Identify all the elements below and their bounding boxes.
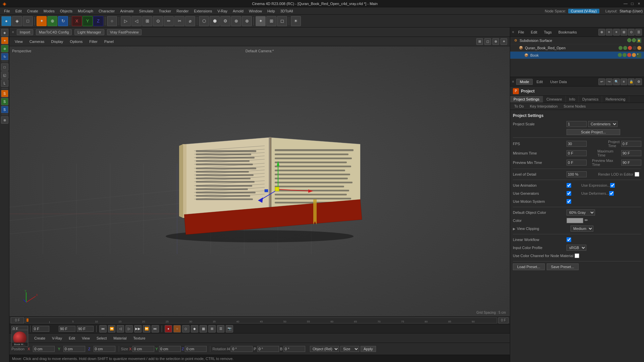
stab-project-settings[interactable]: Project Settings: [510, 96, 543, 103]
menu-window[interactable]: Window: [246, 7, 265, 15]
maxtime-input[interactable]: [621, 150, 641, 156]
lbt-selection[interactable]: ◈: [1, 29, 8, 36]
maximize-button[interactable]: □: [630, 1, 635, 6]
x-pos-input[interactable]: [33, 346, 55, 352]
om-btn1[interactable]: ⊕: [598, 29, 605, 36]
menu-help[interactable]: Help: [265, 7, 278, 15]
scale-input[interactable]: [567, 121, 587, 127]
preview-end-field[interactable]: [77, 326, 94, 332]
tree-lock[interactable]: 🔒: [637, 38, 641, 43]
om-bookmarks[interactable]: Bookmarks: [556, 28, 580, 36]
scene-vray[interactable]: Vray FastPreview: [107, 29, 142, 35]
tree-visibility-1[interactable]: [627, 38, 631, 42]
props-lock[interactable]: 🔒: [628, 78, 635, 85]
subtab-todo[interactable]: To Do: [512, 104, 527, 109]
load-preset-btn[interactable]: Load Preset...: [513, 263, 545, 270]
menu-vray[interactable]: V-Ray: [215, 7, 230, 15]
vpsub-display[interactable]: Display: [48, 39, 66, 44]
b-rot-input[interactable]: [283, 346, 305, 352]
tab-mode[interactable]: Mode: [516, 79, 533, 85]
menu-character[interactable]: Character: [96, 7, 117, 15]
tab-edit[interactable]: Edit: [533, 79, 546, 85]
tool-edges[interactable]: ◈: [12, 16, 22, 26]
tab-userdata[interactable]: User Data: [546, 79, 571, 85]
props-filter[interactable]: ≡: [621, 78, 627, 85]
y-size-input[interactable]: [159, 346, 181, 352]
lbt-s2[interactable]: S: [1, 98, 8, 105]
tree-red-q[interactable]: [628, 46, 632, 50]
scene-import[interactable]: Import: [17, 29, 33, 35]
x-size-input[interactable]: [132, 346, 154, 352]
vp-icon3[interactable]: ⊕: [492, 38, 499, 45]
tool-rotate[interactable]: ↻: [58, 16, 68, 26]
timeline-track[interactable]: 5 10 15 20 25 30 35 40 45 50 55 60 65 70…: [25, 317, 497, 323]
tree-red-b[interactable]: [627, 53, 631, 57]
color-picker-icon[interactable]: ✏: [585, 218, 590, 223]
previewmax-input[interactable]: [621, 160, 641, 166]
om-btn5[interactable]: ⊙: [628, 29, 635, 36]
tool-8[interactable]: ⬡: [199, 16, 209, 26]
tool-polygons[interactable]: □: [23, 16, 33, 26]
z-pos-input[interactable]: [94, 346, 115, 352]
tool-object[interactable]: ○: [107, 16, 117, 26]
stab-cineware[interactable]: Cineware: [543, 96, 566, 103]
vpsub-filter[interactable]: Filter: [87, 39, 100, 44]
tool-2[interactable]: ◁: [131, 16, 142, 26]
usegen-checkbox[interactable]: [567, 191, 571, 196]
om-btn3[interactable]: ≡: [613, 29, 620, 36]
lbt-spline[interactable]: L: [1, 79, 8, 87]
btm-create[interactable]: Create: [32, 336, 48, 341]
tree-extra-b[interactable]: ▼: [637, 53, 641, 58]
tool-points[interactable]: ●: [1, 16, 11, 26]
tree-vis-b1[interactable]: [618, 53, 622, 57]
menu-simulate[interactable]: Simulate: [137, 7, 156, 15]
scene-light[interactable]: Light Manager: [74, 29, 104, 35]
lod-input[interactable]: [567, 171, 587, 177]
om-file[interactable]: File: [516, 28, 527, 36]
tool-fx[interactable]: ☀: [291, 16, 301, 26]
project-time-input[interactable]: [621, 141, 641, 147]
viewport[interactable]: X Y Grid Spacing : 5 cm Perspective Defa…: [9, 46, 510, 316]
om-btn6[interactable]: ☰: [635, 29, 642, 36]
viewclip-expand[interactable]: ▶: [513, 227, 516, 231]
axis-y[interactable]: Y: [83, 16, 93, 26]
tool-12[interactable]: ⊕: [242, 16, 252, 26]
om-tags[interactable]: Tags: [541, 28, 554, 36]
tool-4[interactable]: ⊙: [153, 16, 163, 26]
fps-field[interactable]: [33, 326, 49, 332]
stab-info[interactable]: Info: [566, 96, 579, 103]
props-btn2[interactable]: ↪: [606, 78, 612, 85]
next-frame-btn[interactable]: ⏩: [143, 325, 150, 333]
tool-11[interactable]: ⊗: [231, 16, 241, 26]
vpsub-view[interactable]: View: [12, 39, 25, 44]
btm-material[interactable]: Material: [111, 336, 129, 341]
props-search[interactable]: 🔍: [613, 78, 620, 85]
coord-apply-btn[interactable]: Apply: [361, 346, 376, 352]
defcolor-select[interactable]: 60% Gray Layer Color Custom: [567, 209, 595, 216]
usemotion-checkbox[interactable]: [567, 199, 571, 204]
axis-z[interactable]: Z: [93, 16, 103, 26]
vpsub-panel[interactable]: Panel: [102, 39, 116, 44]
fps-input[interactable]: [567, 141, 587, 147]
btm-vray[interactable]: V-Ray: [49, 336, 65, 341]
menu-file[interactable]: File: [1, 7, 13, 15]
vpsub-options[interactable]: Options: [67, 39, 85, 44]
render-lod-checkbox[interactable]: [635, 172, 639, 177]
viewclip-select[interactable]: Medium Small Large: [571, 226, 593, 232]
color-swatch[interactable]: [567, 218, 583, 223]
lbt-move[interactable]: ✦: [1, 37, 8, 44]
lbt-rotate[interactable]: ↻: [1, 53, 8, 60]
vp-icon2[interactable]: ◻: [484, 38, 491, 45]
key3-btn[interactable]: ▦: [200, 325, 207, 333]
key5-btn[interactable]: ☰: [217, 325, 224, 333]
linearwf-checkbox[interactable]: [567, 237, 571, 242]
lbt-s1[interactable]: S: [1, 90, 8, 97]
h-rot-input[interactable]: [231, 346, 253, 352]
tree-item-quranbook[interactable]: 📦 Quran_Book_Red_Open: [510, 44, 644, 52]
tool-7[interactable]: ⌀: [185, 16, 195, 26]
play-back-btn[interactable]: ◁: [117, 325, 124, 333]
previewmin-input[interactable]: [567, 160, 587, 166]
coord-mode-select[interactable]: Object (Rel) World: [310, 346, 339, 352]
tree-visibility-2[interactable]: [632, 38, 636, 42]
tree-star-b[interactable]: [632, 53, 636, 57]
